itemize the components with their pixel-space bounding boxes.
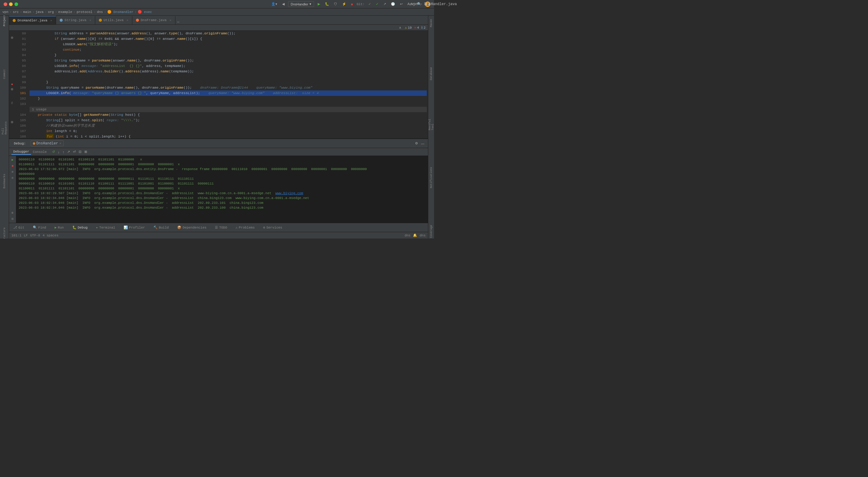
gutter-107 [9, 115, 15, 120]
eval-btn[interactable]: ⊡ [78, 149, 83, 154]
tab-close-string[interactable]: ✕ [90, 19, 91, 22]
bc-src[interactable]: src [13, 10, 19, 14]
bc-vpn[interactable]: vpn [2, 10, 8, 14]
tab-debugger[interactable]: Debugger [11, 149, 31, 155]
tool-run[interactable]: ▶ Run [53, 225, 65, 230]
gutter-99 [9, 73, 15, 78]
git-push[interactable]: ↗ [382, 1, 387, 7]
tool-terminal[interactable]: ▸ Terminal [94, 225, 117, 230]
stop-debug-btn[interactable]: ■ [10, 163, 16, 169]
status-indent[interactable]: 4 spaces [42, 234, 59, 237]
breakpoint-view[interactable]: ⊙ [10, 175, 16, 181]
restful-icon[interactable]: Restful Tool [429, 118, 434, 130]
bc-dnshandler[interactable]: 🟠 DnsHandler [107, 10, 133, 14]
bc-exec[interactable]: 🔴 exec [138, 10, 152, 14]
gutter-94 [9, 50, 15, 54]
tabs-more[interactable]: ⋯ [176, 20, 181, 24]
resume-btn[interactable]: ▶ [10, 157, 16, 162]
git-history[interactable]: 🕐 [390, 1, 396, 7]
tool-dependencies[interactable]: 📦 Dependencies [176, 225, 208, 230]
tool-profiler[interactable]: 📊 Profiler [122, 225, 147, 230]
warn-number: 19 [408, 26, 412, 30]
biying-link[interactable]: www.biying.com [276, 191, 303, 195]
sidebar-project[interactable]: Project [1, 17, 8, 24]
tab-close-utils[interactable]: ✕ [127, 19, 128, 22]
git-check1[interactable]: ✓ [367, 1, 372, 7]
tab-console[interactable]: Console [31, 150, 49, 154]
sidebar-pull[interactable]: Pull Requests [1, 124, 8, 131]
console-output[interactable]: 00000110 01100010 01101001 01100110 0110… [16, 156, 428, 223]
close-session[interactable]: ✕ [59, 141, 61, 146]
tool-debug[interactable]: 🐛 Debug [70, 225, 90, 230]
database-icon[interactable]: Database [429, 67, 434, 80]
step-over-down[interactable]: ↓ [57, 149, 61, 154]
warning-count[interactable]: ⚠ 19 [405, 26, 412, 30]
tool-services[interactable]: ⚙ Services [261, 225, 284, 230]
tab-string[interactable]: String.java ✕ [56, 16, 95, 24]
bc-protocol[interactable]: protocol [76, 10, 93, 14]
tool-build[interactable]: 🔨 Build [152, 225, 170, 230]
tool-git[interactable]: ⎇ Git [11, 225, 26, 230]
git-label: Git: [356, 2, 364, 6]
tab-close-dnshandler[interactable]: ✕ [50, 19, 52, 22]
ln-usage [18, 107, 26, 112]
step-force[interactable]: ⏎ [72, 149, 77, 154]
run-button[interactable]: ▶ [316, 1, 321, 7]
tab-utils[interactable]: Utils.java ✕ [95, 16, 132, 24]
window-controls[interactable] [4, 2, 18, 6]
restart-btn[interactable]: ↺ [51, 149, 56, 154]
git-check2[interactable]: ✓ [375, 1, 380, 7]
run-config-dropdown[interactable]: DnsHandler ▾ [288, 1, 314, 7]
status-position[interactable]: 101:1 [11, 234, 22, 237]
error-count[interactable]: ✕ 4 [414, 26, 419, 30]
tool-find[interactable]: 🔍 Find [31, 225, 48, 230]
tab-close-dnsframe[interactable]: ✕ [170, 19, 172, 22]
status-encoding[interactable]: UTF-8 [30, 234, 40, 237]
bc-main[interactable]: main [23, 10, 31, 14]
notifications-icon[interactable]: Notifications [429, 169, 434, 187]
mute-breakpoints[interactable]: ⊘ [10, 169, 16, 175]
minimize-button[interactable] [9, 2, 13, 6]
gutter-91 [9, 36, 15, 40]
status-git-branch[interactable]: dns [420, 234, 426, 237]
tab-dnshandler[interactable]: DnsHandler.java ✕ [9, 16, 56, 24]
git-revert[interactable]: ↩ [399, 1, 404, 7]
code-editor[interactable]: ● @ 90 91 92 93 94 95 96 [9, 31, 428, 139]
coverage-button[interactable]: ⛉ [333, 2, 338, 7]
status-line-ending[interactable]: LF [24, 234, 28, 237]
tool-todo[interactable]: ☰ TODO [213, 225, 229, 230]
step-out[interactable]: ↗ [66, 149, 71, 154]
sidebar-bookmarks[interactable]: Bookmarks [1, 178, 8, 185]
warnings-collapse[interactable]: ∧ [398, 25, 402, 30]
profile-button[interactable]: ⚡ [341, 1, 347, 7]
minimize-panel-btn[interactable]: — [420, 141, 426, 146]
bc-java[interactable]: java [36, 10, 43, 14]
coverage-side-icon[interactable]: Coverage [429, 225, 434, 237]
maven-icon[interactable]: Maven [429, 17, 434, 29]
code-line-92: LOGGER.warn("报文解析错误"); [30, 41, 427, 47]
info-count[interactable]: ℹ 2 [421, 26, 426, 30]
tab-dnsframe[interactable]: DnsFrame.java ✕ [132, 16, 176, 24]
tool-problems[interactable]: ⚠ Problems [234, 225, 256, 230]
sidebar-commit[interactable]: Commit [1, 70, 8, 78]
sidebar-structure[interactable]: Structure [1, 231, 8, 239]
bc-org[interactable]: org [48, 10, 54, 14]
debug-button[interactable]: 🐛 [324, 1, 330, 7]
bc-dns[interactable]: dns [97, 10, 103, 14]
settings-debug[interactable]: ⚙ [10, 210, 16, 216]
vcs-button[interactable]: 👤▾ [270, 1, 278, 7]
back-button[interactable]: ◀ [281, 1, 286, 7]
settings-btn[interactable]: ⚙ [414, 141, 419, 146]
status-dns[interactable]: dns [404, 234, 410, 237]
frame-btn[interactable]: ⊞ [83, 149, 88, 154]
stop-button[interactable]: ■ [350, 2, 354, 7]
layout-btn[interactable]: ⊡ [10, 216, 16, 221]
status-left: 101:1 LF UTF-8 4 spaces [11, 234, 59, 237]
bottom-toolbar: ⎇ Git 🔍 Find ▶ Run 🐛 Debug ▸ Terminal 📊 [9, 223, 428, 232]
run-config-label: DnsHandler [291, 2, 308, 6]
maximize-button[interactable] [14, 2, 18, 6]
step-into-up[interactable]: ↑ [61, 149, 66, 154]
debug-session-tab[interactable]: DnsHandler ✕ [31, 141, 64, 146]
bc-example[interactable]: example [58, 10, 72, 14]
close-button[interactable] [4, 2, 7, 6]
